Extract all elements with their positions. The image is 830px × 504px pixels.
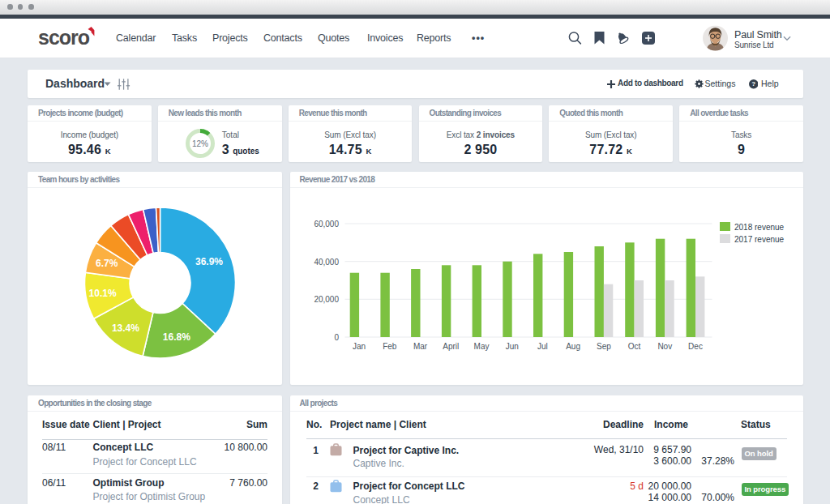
svg-text:2018 revenue: 2018 revenue xyxy=(734,223,785,232)
svg-text:April: April xyxy=(443,342,459,351)
svg-text:Sep: Sep xyxy=(597,342,611,351)
svg-text:Feb: Feb xyxy=(383,342,397,351)
svg-text:Oct: Oct xyxy=(627,342,640,351)
svg-text:scoro: scoro xyxy=(38,27,90,49)
svg-text:Aug: Aug xyxy=(566,342,580,351)
svg-text:?: ? xyxy=(751,80,755,88)
svg-text:Nov: Nov xyxy=(657,342,672,351)
svg-text:0: 0 xyxy=(334,333,339,342)
svg-text:10.1%: 10.1% xyxy=(89,288,117,299)
svg-text:60,000: 60,000 xyxy=(314,220,339,229)
svg-text:Jul: Jul xyxy=(537,342,548,351)
svg-text:6.7%: 6.7% xyxy=(96,258,118,269)
svg-text:Jun: Jun xyxy=(505,342,518,351)
svg-text:36.9%: 36.9% xyxy=(195,256,223,267)
svg-text:12%: 12% xyxy=(192,139,208,148)
svg-text:20,000: 20,000 xyxy=(314,295,339,304)
svg-text:Mar: Mar xyxy=(413,342,427,351)
svg-text:Dec: Dec xyxy=(688,342,703,351)
svg-text:13.4%: 13.4% xyxy=(112,322,139,334)
svg-text:40,000: 40,000 xyxy=(314,258,339,267)
svg-text:May: May xyxy=(473,342,489,351)
svg-text:16.8%: 16.8% xyxy=(163,331,190,343)
svg-text:2017 revenue: 2017 revenue xyxy=(734,235,785,244)
svg-text:Jan: Jan xyxy=(353,342,366,351)
